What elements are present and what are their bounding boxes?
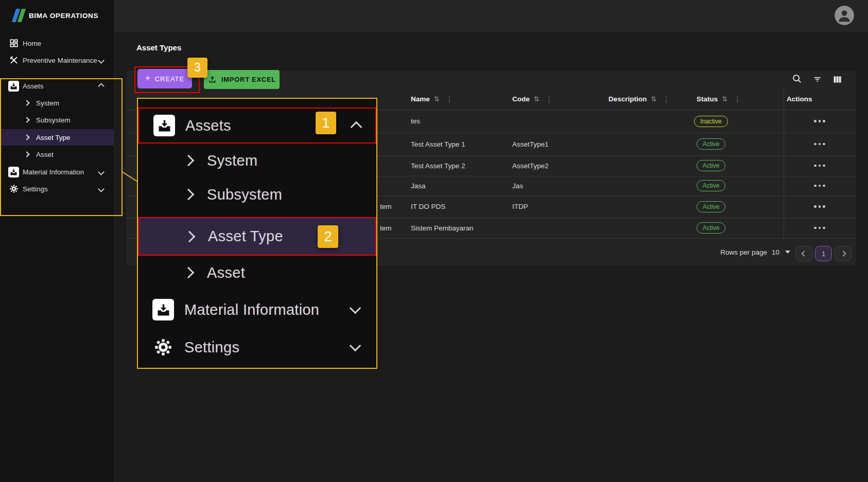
plus-icon: + <box>145 73 151 83</box>
view-columns-icon[interactable] <box>831 74 843 85</box>
rows-per-page-value[interactable]: 10 <box>772 248 779 256</box>
sidebar-item-asset-type[interactable]: Asset Type <box>0 129 114 146</box>
column-header-status[interactable]: Status ⇅ ⋮ <box>697 88 741 110</box>
column-header-description[interactable]: Description ⇅ ⋮ <box>609 88 670 110</box>
sort-icon[interactable]: ⇅ <box>434 95 440 103</box>
cell-code: Jas <box>512 176 523 195</box>
sidebar-item-label: System <box>36 99 59 107</box>
cell-text: tem <box>380 203 392 210</box>
search-icon[interactable] <box>791 73 803 84</box>
dashboard-icon <box>8 38 20 49</box>
overlay-item-material-information[interactable]: Material Information <box>138 292 376 328</box>
import-button-label: IMPORT EXCEL <box>221 76 276 83</box>
sidebar-item-material-information[interactable]: Material Information <box>0 164 114 180</box>
row-actions-button[interactable] <box>807 110 832 133</box>
chevron-up-icon <box>351 121 362 133</box>
column-menu-icon[interactable]: ⋮ <box>734 95 741 103</box>
status-badge: Active <box>697 180 726 191</box>
rows-per-page-label: Rows per page <box>720 248 767 256</box>
cell-system: tem <box>380 195 392 218</box>
sidebar-item-preventive-maintenance[interactable]: Preventive Maintenance <box>0 52 114 68</box>
material-box-icon <box>152 299 174 320</box>
overlay-item-label: Assets <box>185 117 231 134</box>
status-badge: Inactive <box>694 116 727 127</box>
column-label: Name <box>411 95 430 103</box>
overlay-item-asset-type[interactable]: Asset Type 2 <box>138 217 376 256</box>
chevron-right-icon <box>840 251 846 256</box>
overlay-item-system[interactable]: System <box>138 144 376 177</box>
sidebar-item-subsystem[interactable]: Subsystem <box>0 112 114 128</box>
overlay-item-settings[interactable]: Settings <box>138 329 376 365</box>
column-label: Status <box>697 95 718 103</box>
user-avatar[interactable] <box>835 6 854 25</box>
chevron-right-icon <box>183 155 195 167</box>
filter-icon[interactable] <box>811 74 823 85</box>
chevron-right-icon <box>24 100 29 105</box>
sort-icon[interactable]: ⇅ <box>722 95 727 103</box>
overlay-item-label: System <box>207 152 258 169</box>
column-menu-icon[interactable]: ⋮ <box>663 95 670 103</box>
row-actions-button[interactable] <box>807 218 832 238</box>
chevron-down-icon <box>98 57 105 64</box>
sidebar-item-home[interactable]: Home <box>0 35 114 51</box>
sidebar-item-label: Material Information <box>23 168 84 176</box>
tools-icon <box>8 55 20 66</box>
column-header-actions: Actions <box>787 88 812 110</box>
sidebar-item-label: Preventive Maintenance <box>23 57 97 64</box>
sort-icon[interactable]: ⇅ <box>534 95 540 103</box>
cell-text: Jas <box>512 182 523 190</box>
annotation-badge-1: 1 <box>316 112 336 134</box>
chevron-right-icon <box>183 189 195 201</box>
column-header-code[interactable]: Code ⇅ ⋮ <box>512 88 553 110</box>
cell-text: Test Asset Type 1 <box>411 140 465 148</box>
chevron-right-icon <box>24 117 29 122</box>
row-actions-button[interactable] <box>807 155 832 176</box>
column-menu-icon[interactable]: ⋮ <box>546 95 553 103</box>
annotation-badge-2: 2 <box>318 225 338 248</box>
row-actions-button[interactable] <box>807 176 832 195</box>
overlay-item-label: Settings <box>184 339 239 356</box>
cell-status: Active <box>685 176 737 195</box>
annotation-badge-3: 3 <box>187 58 207 78</box>
import-excel-button[interactable]: IMPORT EXCEL <box>204 70 280 89</box>
sidebar: Home Preventive Maintenance Assets <box>0 31 114 482</box>
prev-page-button[interactable] <box>795 246 812 261</box>
overlay-item-assets[interactable]: Assets 1 <box>138 108 376 144</box>
more-actions-icon <box>814 165 825 167</box>
cell-text: AssetType1 <box>512 140 549 148</box>
sidebar-item-asset[interactable]: Asset <box>0 146 114 163</box>
gear-icon <box>8 183 20 194</box>
column-header-name[interactable]: Name ⇅ ⋮ <box>411 88 453 110</box>
cell-system: tem <box>380 218 392 238</box>
overlay-item-label: Material Information <box>184 301 319 318</box>
cell-name: Sistem Pembayaran <box>411 218 474 238</box>
status-badge: Active <box>697 201 726 212</box>
column-menu-icon[interactable]: ⋮ <box>446 95 453 103</box>
cell-text: tes <box>411 117 420 125</box>
sidebar-item-system[interactable]: System <box>0 95 114 111</box>
more-actions-icon <box>814 205 825 208</box>
sidebar-item-assets[interactable]: Assets <box>0 78 114 94</box>
overlay-item-subsystem[interactable]: Subsystem <box>138 177 376 211</box>
chevron-left-icon <box>801 251 807 256</box>
rows-per-page[interactable]: Rows per page 10 <box>651 238 790 266</box>
cell-text: Jasa <box>411 182 426 190</box>
page-1-button[interactable]: 1 <box>815 246 832 261</box>
create-button-label: CREATE <box>155 75 184 83</box>
column-label: Description <box>609 95 647 103</box>
overlay-item-asset[interactable]: Asset <box>138 256 376 290</box>
row-actions-button[interactable] <box>807 195 832 218</box>
create-button[interactable]: + CREATE <box>137 69 192 88</box>
sort-icon[interactable]: ⇅ <box>651 95 656 103</box>
cell-text: Test Asset Type 2 <box>411 162 465 170</box>
chevron-right-icon <box>24 151 29 157</box>
row-actions-button[interactable] <box>807 133 832 155</box>
cell-text: AssetType2 <box>512 162 549 170</box>
page-title: Asset Types <box>136 43 181 52</box>
cell-name: Jasa <box>411 176 426 195</box>
overlay-item-label: Subsystem <box>207 186 282 203</box>
asset-box-icon <box>153 115 175 136</box>
chevron-right-icon <box>184 230 196 242</box>
next-page-button[interactable] <box>835 246 852 261</box>
sidebar-item-settings[interactable]: Settings <box>0 181 114 197</box>
